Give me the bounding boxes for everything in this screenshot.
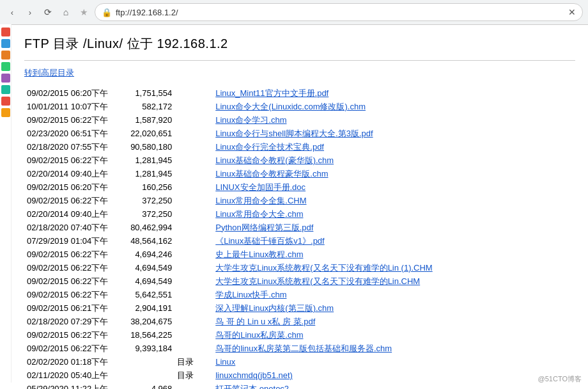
file-link[interactable]: Linux_Mint11官方中文手册.pdf xyxy=(215,88,329,98)
sidebar-icon-4 xyxy=(1,62,10,71)
file-link[interactable]: LINUX安全加固手册.doc xyxy=(215,182,306,192)
file-type xyxy=(174,274,213,288)
table-row: 09/02/2015 06:22下午5,642,551学成Linux快手.chm xyxy=(24,288,575,301)
file-name[interactable]: LINUX安全加固手册.doc xyxy=(213,180,575,194)
file-name[interactable]: Linux常用命令全集.CHM xyxy=(213,194,575,207)
file-size: 1,751,554 xyxy=(111,86,174,100)
file-name[interactable]: Linux命令行完全技术宝典.pdf xyxy=(213,140,575,154)
file-type xyxy=(174,140,213,154)
file-name[interactable]: Linux命令学习.chm xyxy=(213,113,575,127)
file-link[interactable]: Linux命令行与shell脚本编程大全.第3版.pdf xyxy=(215,129,373,138)
file-name[interactable]: Linux命令行与shell脚本编程大全.第3版.pdf xyxy=(213,127,575,140)
file-link[interactable]: 史上最牛Linux教程.chm xyxy=(215,250,303,259)
file-size: 38,204,675 xyxy=(111,315,174,328)
file-date: 02/18/2020 07:29下午 xyxy=(24,315,111,328)
file-name[interactable]: Linux基础命令教程豪华版.chm xyxy=(213,167,575,180)
file-name[interactable]: Python网络编程第三版.pdf xyxy=(213,221,575,234)
file-date: 02/18/2020 07:40下午 xyxy=(24,221,111,234)
file-name[interactable]: 鸟 哥 的 Lin u x私 房 菜.pdf xyxy=(213,315,575,328)
file-name[interactable]: 打开笔记本.onetoc2 xyxy=(213,382,575,389)
file-type xyxy=(174,328,213,342)
table-row: 02/02/2020 01:18下午目录Linux xyxy=(24,355,575,369)
file-link[interactable]: Python网络编程第三版.pdf xyxy=(215,223,313,232)
file-name[interactable]: Linux常用命令大全.chm xyxy=(213,207,575,221)
file-link[interactable]: 大学生攻克Linux系统教程(又名天下没有难学的Lin.CHM xyxy=(215,276,420,286)
file-size: 4,694,246 xyxy=(111,248,174,261)
file-size: 1,281,945 xyxy=(111,154,174,167)
file-name[interactable]: 鸟哥的linux私房菜第二版包括基础和服务器.chm xyxy=(213,342,575,355)
file-name[interactable]: 大学生攻克Linux系统教程(又名天下没有难学的Lin (1).CHM xyxy=(213,261,575,274)
back-to-parent-link[interactable]: 转到高层目录 xyxy=(24,67,74,79)
file-date: 09/02/2015 06:22下午 xyxy=(24,342,111,355)
file-name[interactable]: Linux_Mint11官方中文手册.pdf xyxy=(213,86,575,100)
file-link[interactable]: 鸟哥的linux私房菜第二版包括基础和服务器.chm xyxy=(215,344,392,353)
browser-sidebar xyxy=(0,24,12,383)
file-name[interactable]: 学成Linux快手.chm xyxy=(213,288,575,301)
reload-icon[interactable]: ✕ xyxy=(568,7,576,17)
browser-chrome: ‹ › ⟳ ⌂ ★ 🔒 ✕ xyxy=(0,0,588,25)
file-date: 02/20/2014 09:40上午 xyxy=(24,207,111,221)
file-date: 09/02/2015 06:22下午 xyxy=(24,274,111,288)
file-link[interactable]: 鸟 哥 的 Lin u x私 房 菜.pdf xyxy=(215,317,315,326)
file-link[interactable]: Linux命令行完全技术宝典.pdf xyxy=(215,142,324,152)
file-date: 10/01/2011 10:07下午 xyxy=(24,100,111,113)
file-link[interactable]: 大学生攻克Linux系统教程(又名天下没有难学的Lin (1).CHM xyxy=(215,263,432,273)
file-link[interactable]: linuxchmdq(jb51.net) xyxy=(215,370,293,380)
file-date: 09/02/2015 06:22下午 xyxy=(24,261,111,274)
table-row: 09/02/2015 06:22下午9,393,184鸟哥的linux私房菜第二… xyxy=(24,342,575,355)
address-bar[interactable]: 🔒 ✕ xyxy=(95,3,583,21)
file-date: 02/11/2020 05:40上午 xyxy=(24,369,111,382)
table-row: 02/18/2020 07:40下午80,462,994Python网络编程第三… xyxy=(24,221,575,234)
file-link[interactable]: Linux xyxy=(215,357,235,367)
file-date: 09/02/2015 06:22下午 xyxy=(24,248,111,261)
table-row: 02/20/2014 09:40上午1,281,945Linux基础命令教程豪华… xyxy=(24,167,575,180)
file-link[interactable]: 鸟哥的Linux私房菜.chm xyxy=(215,330,303,340)
file-size: 372,250 xyxy=(111,207,174,221)
file-size xyxy=(111,369,174,382)
back-button[interactable]: ‹ xyxy=(5,5,19,19)
file-link[interactable]: 打开笔记本.onetoc2 xyxy=(215,384,289,390)
file-name[interactable]: 《Linux基础千锤百炼v1》.pdf xyxy=(213,234,575,248)
file-link[interactable]: Linux常用命令大全.chm xyxy=(215,209,303,219)
file-name[interactable]: Linux基础命令教程(豪华版).chm xyxy=(213,154,575,167)
file-name[interactable]: 鸟哥的Linux私房菜.chm xyxy=(213,328,575,342)
file-type xyxy=(174,234,213,248)
file-name[interactable]: 史上最牛Linux教程.chm xyxy=(213,248,575,261)
table-row: 09/02/2015 06:20下午160,256LINUX安全加固手册.doc xyxy=(24,180,575,194)
file-name[interactable]: linuxchmdq(jb51.net) xyxy=(213,369,575,382)
table-row: 09/02/2015 06:22下午1,281,945Linux基础命令教程(豪… xyxy=(24,154,575,167)
file-link[interactable]: Linux命令学习.chm xyxy=(215,115,286,125)
file-type xyxy=(174,382,213,389)
forward-button[interactable]: › xyxy=(23,5,37,19)
table-row: 09/02/2015 06:21下午2,904,191深入理解Linux内核(第… xyxy=(24,301,575,315)
sidebar-icon-8 xyxy=(1,108,10,117)
file-link[interactable]: 学成Linux快手.chm xyxy=(215,290,286,299)
file-name[interactable]: 大学生攻克Linux系统教程(又名天下没有难学的Lin.CHM xyxy=(213,274,575,288)
table-row: 07/29/2019 01:04下午48,564,162《Linux基础千锤百炼… xyxy=(24,234,575,248)
sidebar-icon-6 xyxy=(1,85,10,94)
file-date: 09/02/2015 06:20下午 xyxy=(24,180,111,194)
home-button[interactable]: ⌂ xyxy=(59,5,73,19)
file-name[interactable]: Linux xyxy=(213,355,575,369)
file-name[interactable]: 深入理解Linux内核(第三版).chm xyxy=(213,301,575,315)
bookmark-button[interactable]: ★ xyxy=(77,5,91,19)
table-row: 09/02/2015 06:20下午1,751,554Linux_Mint11官… xyxy=(24,86,575,100)
file-link[interactable]: 《Linux基础千锤百炼v1》.pdf xyxy=(215,236,325,246)
file-link[interactable]: Linux命令大全(Linuxidc.com修改版).chm xyxy=(215,102,366,111)
table-row: 09/02/2015 06:22下午372,250Linux常用命令全集.CHM xyxy=(24,194,575,207)
sidebar-icon-2 xyxy=(1,39,10,48)
file-link[interactable]: Linux基础命令教程(豪华版).chm xyxy=(215,155,334,165)
file-link[interactable]: Linux常用命令全集.CHM xyxy=(215,196,306,205)
file-date: 09/02/2015 06:21下午 xyxy=(24,301,111,315)
url-input[interactable] xyxy=(116,8,566,17)
file-date: 09/02/2015 06:22下午 xyxy=(24,113,111,127)
file-link[interactable]: 深入理解Linux内核(第三版).chm xyxy=(215,303,334,313)
file-name[interactable]: Linux命令大全(Linuxidc.com修改版).chm xyxy=(213,100,575,113)
watermark: @51CTO博客 xyxy=(538,374,582,384)
file-link[interactable]: Linux基础命令教程豪华版.chm xyxy=(215,169,328,179)
refresh-button[interactable]: ⟳ xyxy=(41,5,55,19)
file-type xyxy=(174,207,213,221)
file-date: 09/02/2015 06:22下午 xyxy=(24,194,111,207)
file-size: 5,642,551 xyxy=(111,288,174,301)
browser-toolbar: ‹ › ⟳ ⌂ ★ 🔒 ✕ xyxy=(0,0,588,24)
